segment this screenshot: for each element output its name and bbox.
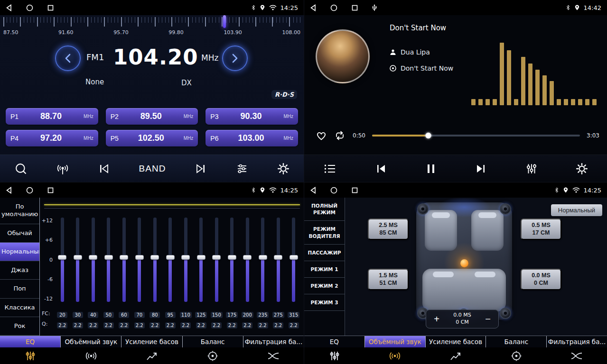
eq-slider-thumb[interactable] — [289, 255, 298, 260]
bass-boost-icon[interactable] — [425, 347, 486, 364]
balance-icon[interactable] — [486, 347, 547, 364]
soundfield-menu-item[interactable]: РЕЖИМ 3 — [304, 294, 345, 311]
tab-surround-sound[interactable]: Объёмный звук — [365, 336, 426, 347]
eq-preset-item[interactable]: Поп — [0, 280, 39, 298]
eq-band-slider[interactable] — [184, 218, 187, 302]
playlist-icon[interactable] — [323, 163, 336, 174]
eq-slider-thumb[interactable] — [212, 255, 221, 260]
eq-slider-thumb[interactable] — [89, 255, 97, 260]
tab-filter[interactable]: Фильтрация ба... — [547, 336, 607, 347]
home-button[interactable] — [26, 4, 33, 11]
balance-icon[interactable] — [182, 347, 243, 364]
front-right-delay-chip[interactable]: 0.5 MS 17 CM — [521, 218, 561, 240]
eq-slider-thumb[interactable] — [243, 255, 252, 260]
eq-band-slider[interactable] — [138, 218, 141, 302]
preset-p4[interactable]: P497.20MHz — [6, 130, 98, 146]
eq-band-slider[interactable] — [122, 218, 126, 302]
recents-button[interactable] — [47, 187, 54, 193]
soundfield-menu-item[interactable]: РЕЖИМ ВОДИТЕЛЯ — [304, 221, 345, 244]
home-button[interactable] — [330, 187, 337, 194]
listening-position-handle[interactable] — [460, 259, 468, 267]
eq-slider-thumb[interactable] — [135, 255, 144, 260]
bass-boost-icon[interactable] — [121, 347, 182, 364]
tab-bass-boost[interactable]: Усиление басов — [426, 336, 486, 347]
eq-slider-thumb[interactable] — [74, 255, 82, 260]
next-track-icon[interactable] — [474, 163, 487, 174]
tab-balance[interactable]: Баланс — [486, 336, 547, 347]
back-button[interactable] — [6, 187, 12, 194]
eq-band-slider[interactable] — [61, 218, 64, 302]
scan-icon[interactable] — [14, 162, 28, 175]
surround-sound-icon[interactable] — [61, 347, 121, 364]
eq-slider-thumb[interactable] — [120, 255, 128, 260]
eq-band-slider[interactable] — [261, 218, 264, 302]
eq-slider-thumb[interactable] — [274, 255, 282, 260]
eq-preset-item[interactable]: Нормальный — [0, 243, 39, 261]
progress-bar[interactable] — [372, 135, 580, 136]
home-button[interactable] — [26, 187, 33, 194]
eq-band-slider[interactable] — [199, 218, 203, 302]
filter-icon[interactable] — [243, 347, 304, 364]
progress-thumb[interactable] — [425, 133, 431, 139]
eq-slider-thumb[interactable] — [104, 255, 113, 260]
eq-band-slider[interactable] — [277, 218, 280, 302]
tab-surround-sound[interactable]: Объёмный звук — [61, 336, 121, 347]
front-left-delay-chip[interactable]: 2.5 MS 85 CM — [368, 218, 409, 240]
increase-delay-button[interactable]: + — [429, 312, 444, 326]
eq-band-slider[interactable] — [246, 218, 249, 302]
tab-eq[interactable]: EQ — [0, 336, 61, 347]
broadcast-antenna-icon[interactable] — [56, 163, 69, 175]
eq-band-slider[interactable] — [292, 218, 295, 302]
recents-button[interactable] — [352, 187, 358, 193]
tune-down-button[interactable] — [55, 46, 81, 71]
preset-p1[interactable]: P188.70MHz — [6, 108, 98, 125]
eq-slider-thumb[interactable] — [150, 255, 159, 260]
eq-preset-item[interactable]: Рок — [0, 317, 39, 336]
equalizer-icon[interactable] — [0, 347, 61, 364]
tab-filter[interactable]: Фильтрация ба... — [243, 336, 304, 347]
preset-p5[interactable]: P5102.50MHz — [106, 130, 198, 146]
tab-balance[interactable]: Баланс — [183, 336, 243, 347]
soundfield-menu-item[interactable]: РЕЖИМ 1 — [304, 261, 345, 278]
surround-sound-icon[interactable] — [365, 347, 426, 364]
eq-slider-thumb[interactable] — [166, 255, 175, 260]
tab-bass-boost[interactable]: Усиление басов — [121, 336, 182, 347]
favorite-heart-icon[interactable] — [316, 130, 327, 141]
rear-right-delay-chip[interactable]: 0.0 MS 0 CM — [521, 269, 561, 290]
soundfield-menu-item[interactable]: ПОЛНЫЙ РЕЖИМ — [304, 198, 345, 221]
equalizer-icon[interactable] — [304, 347, 365, 364]
recents-button[interactable] — [47, 5, 54, 11]
soundfield-menu-item[interactable]: ПАССАЖИР — [304, 245, 345, 261]
sound-mode-button[interactable]: Нормальный — [551, 204, 602, 216]
equalizer-faders-icon[interactable] — [525, 163, 538, 175]
settings-gear-icon[interactable] — [576, 163, 588, 175]
decrease-delay-button[interactable]: − — [480, 312, 495, 326]
previous-station-icon[interactable] — [98, 163, 110, 174]
preset-p6[interactable]: P6103.00MHz — [205, 130, 298, 146]
pause-icon[interactable] — [426, 163, 436, 174]
back-button[interactable] — [6, 4, 12, 11]
eq-preset-item[interactable]: Джаз — [0, 261, 39, 280]
audio-settings-icon[interactable] — [235, 163, 249, 174]
eq-band-slider[interactable] — [168, 218, 172, 302]
eq-band-slider[interactable] — [153, 218, 157, 302]
home-button[interactable] — [330, 4, 337, 11]
eq-band-slider[interactable] — [230, 218, 233, 302]
back-button[interactable] — [310, 187, 316, 194]
rear-left-delay-chip[interactable]: 1.5 MS 51 CM — [368, 269, 409, 290]
eq-slider-thumb[interactable] — [259, 255, 267, 260]
eq-slider-thumb[interactable] — [181, 255, 190, 260]
preset-p2[interactable]: P289.50MHz — [106, 108, 198, 125]
eq-band-slider[interactable] — [107, 218, 110, 302]
tab-eq[interactable]: EQ — [304, 336, 365, 347]
eq-preset-item[interactable]: Обычай — [0, 224, 39, 243]
tuning-indicator[interactable] — [223, 15, 226, 28]
eq-preset-item[interactable]: По умолчанию — [0, 198, 39, 224]
band-button[interactable]: BAND — [139, 164, 166, 174]
back-button[interactable] — [310, 4, 316, 11]
eq-band-slider[interactable] — [215, 218, 218, 302]
recents-button[interactable] — [352, 5, 358, 11]
eq-band-slider[interactable] — [92, 218, 95, 302]
eq-band-slider[interactable] — [76, 218, 79, 302]
eq-preset-item[interactable]: Классика — [0, 299, 39, 317]
